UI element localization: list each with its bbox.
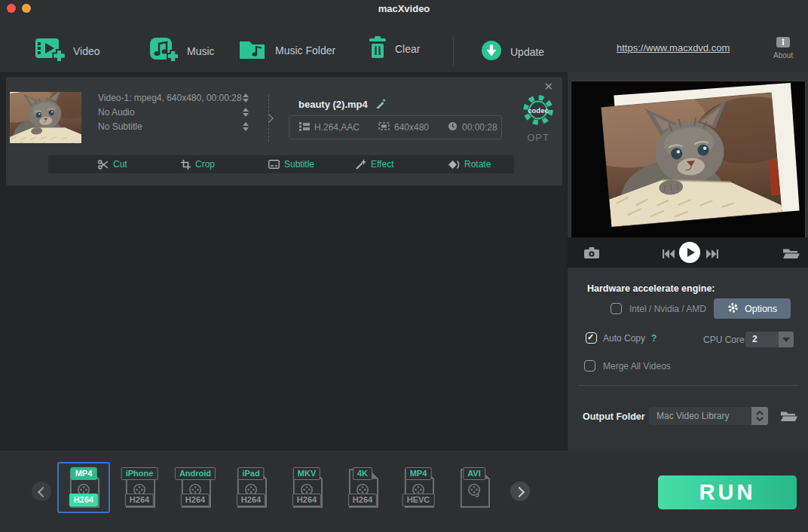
preset-format-label: MP4	[406, 467, 432, 480]
output-folder-label: Output Folder	[583, 411, 645, 422]
subtitle-label: Subtitle	[284, 159, 314, 170]
preset-android-h264[interactable]: Android H264	[169, 462, 222, 513]
play-button[interactable]	[679, 242, 700, 263]
video-track-stepper[interactable]	[243, 93, 249, 102]
preview-image	[601, 92, 782, 227]
preset-codec-label: H264	[237, 494, 265, 506]
codec-gear-icon: codec	[520, 92, 556, 128]
video-track-label: Video-1: mpeg4, 640x480, 00:00:28	[98, 93, 242, 103]
presets-scroll-right-button[interactable]	[510, 482, 530, 501]
crop-icon	[181, 160, 191, 170]
preset-format-label: iPhone	[121, 467, 158, 480]
output-folder-value: Mac Video Library	[649, 407, 751, 425]
merge-label: Merge All Videos	[603, 361, 671, 371]
preset-format-label: 4K	[353, 467, 372, 480]
update-download-icon	[481, 40, 502, 63]
rotate-label: Rotate	[464, 159, 491, 170]
preset-mkv-h264[interactable]: MKV H264	[280, 462, 333, 513]
audio-track-label: No Audio	[98, 107, 135, 118]
media-info-pill: H.264,AAC 640x480	[289, 115, 502, 139]
video-thumbnail[interactable]	[10, 92, 81, 143]
preset-format-label: MP4	[71, 467, 97, 480]
hw-accel-label: Intel / Nvidia / AMD	[629, 304, 706, 314]
updown-chevrons-icon	[751, 407, 768, 425]
preset-mp4-h264[interactable]: MP4 H264	[57, 462, 110, 513]
play-icon	[687, 248, 695, 257]
music-add-icon	[148, 36, 179, 66]
cpu-core-value: 2	[745, 332, 779, 347]
preset-ipad-h264[interactable]: iPad H264	[225, 462, 277, 513]
subtitle-track-label: No Subtitle	[98, 121, 142, 132]
gear-icon	[727, 302, 739, 316]
preset-4k-h264[interactable]: 4K H264	[336, 462, 389, 513]
presets-scroll-left-button[interactable]	[32, 482, 51, 501]
preset-format-label: iPad	[237, 467, 264, 480]
add-music-button[interactable]: Music	[148, 36, 215, 66]
effect-button[interactable]: Effect	[356, 155, 393, 173]
snapshot-camera-button[interactable]	[584, 247, 599, 261]
trash-icon	[369, 36, 387, 61]
magic-wand-icon	[356, 159, 366, 170]
track-info: Video-1: mpeg4, 640x480, 00:00:28 No Aud…	[98, 90, 249, 133]
audio-track-row: No Audio	[98, 105, 249, 119]
subtitle-track-stepper[interactable]	[243, 122, 249, 131]
merge-checkbox[interactable]	[584, 360, 595, 371]
next-button[interactable]	[706, 248, 718, 261]
subtitle-track-row: No Subtitle	[98, 119, 249, 133]
output-folder-dropdown[interactable]: Mac Video Library	[649, 407, 768, 425]
preset-mp4-hevc[interactable]: MP4 HEVC	[392, 462, 445, 513]
add-music-folder-button[interactable]: Music Folder	[238, 38, 335, 63]
hardware-engine-title: Hardware accelerate engine:	[587, 283, 715, 294]
remove-item-button[interactable]: ✕	[543, 81, 553, 92]
effect-label: Effect	[371, 159, 393, 170]
video-preview	[571, 81, 806, 239]
preset-iphone-h264[interactable]: iPhone H264	[113, 462, 166, 513]
add-video-button[interactable]: Video	[35, 36, 100, 66]
cpu-core-dropdown[interactable]: 2	[745, 332, 794, 347]
preset-list: MP4 H264 iPhone H264 Android H264	[57, 462, 503, 513]
duration-value: 00:00:28	[462, 122, 497, 133]
cut-button[interactable]: Cut	[98, 155, 127, 173]
add-video-label: Video	[73, 45, 100, 57]
options-button[interactable]: Options	[714, 298, 791, 319]
audio-track-stepper[interactable]	[243, 108, 249, 117]
clear-button[interactable]: Clear	[369, 36, 420, 61]
preset-codec-label: H264	[125, 494, 154, 506]
rename-pencil-icon[interactable]	[375, 98, 386, 111]
auto-copy-help[interactable]: ?	[651, 333, 656, 344]
info-icon	[776, 37, 790, 49]
about-button[interactable]: About	[773, 37, 793, 60]
auto-copy-checkbox[interactable]	[586, 332, 597, 344]
filename-label: beauty (2).mp4	[298, 99, 368, 110]
svg-text:codec: codec	[528, 106, 548, 115]
rotate-button[interactable]: Rotate	[448, 155, 491, 173]
resolution-value: 640x480	[394, 122, 429, 133]
subtitle-button[interactable]: Subtitle	[268, 155, 314, 173]
codec-options-button[interactable]: codec OPT	[518, 92, 559, 143]
hw-accel-checkbox[interactable]	[611, 303, 622, 314]
preset-format-label: AVI	[463, 467, 485, 480]
crop-button[interactable]: Crop	[181, 155, 215, 173]
website-link[interactable]: https://www.macxdvd.com	[617, 42, 730, 54]
open-preview-folder-button[interactable]	[783, 247, 800, 261]
add-music-folder-label: Music Folder	[275, 44, 335, 57]
preset-format-label: MKV	[293, 467, 320, 480]
run-button[interactable]: RUN	[658, 475, 797, 509]
video-list-area: Video-1: mpeg4, 640x480, 00:00:28 No Aud…	[0, 72, 567, 451]
video-item-card: Video-1: mpeg4, 640x480, 00:00:28 No Aud…	[6, 77, 562, 185]
preset-avi[interactable]: AVI	[448, 462, 500, 513]
chevron-down-icon	[779, 332, 794, 347]
main-toolbar: Video Music	[0, 17, 808, 72]
browse-output-folder-button[interactable]	[781, 410, 797, 424]
panel-divider	[578, 385, 798, 386]
update-button[interactable]: Update	[481, 40, 544, 63]
about-label: About	[773, 51, 793, 60]
cut-label: Cut	[113, 159, 127, 170]
update-label: Update	[510, 46, 544, 58]
crop-label: Crop	[195, 159, 215, 170]
previous-button[interactable]	[663, 248, 675, 261]
add-music-label: Music	[187, 45, 215, 57]
preview-settings-panel: Hardware accelerate engine: Intel / Nvid…	[567, 72, 808, 451]
auto-copy-label: Auto Copy	[603, 333, 645, 344]
codec-value: H.264,AAC	[314, 122, 360, 133]
